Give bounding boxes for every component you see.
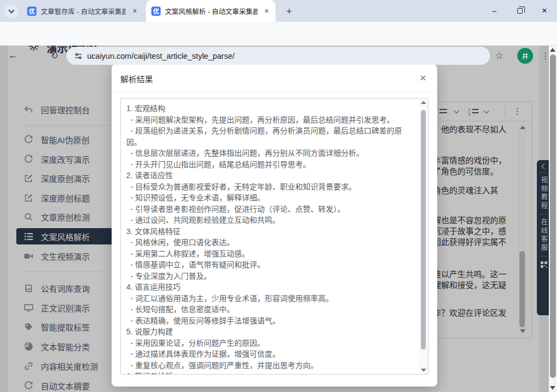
tab-title: 文章暂存库 - 自动文章采集器-优 xyxy=(41,6,126,16)
tab-title: 文案风格解析 - 自动文章采集器 xyxy=(165,6,258,16)
close-icon[interactable]: × xyxy=(262,7,271,16)
url-text: ucaiyun.com/caiji/test_article_style_par… xyxy=(87,52,235,60)
restore-icon xyxy=(517,8,523,14)
page-scrollbar[interactable] xyxy=(549,46,557,392)
close-icon[interactable]: × xyxy=(130,7,139,16)
page-scrollbar-thumb[interactable] xyxy=(550,54,556,378)
parse-result-dialog: 解析结果 × 1. 宏观结构 - 采用问题解决型架构，先提出问题，再分析原因，最… xyxy=(112,64,437,387)
address-bar[interactable]: ucaiyun.com/caiji/test_article_style_par… xyxy=(66,47,490,65)
site-favicon: 优 xyxy=(151,7,161,16)
window-minimize-button[interactable]: − xyxy=(482,0,507,22)
bookmark-star-button[interactable]: ☆ xyxy=(493,49,506,62)
dialog-header: 解析结果 × xyxy=(112,64,437,91)
dialog-scrollbar[interactable] xyxy=(419,99,427,373)
close-icon[interactable]: × xyxy=(417,71,430,84)
chevron-down-icon xyxy=(8,7,14,13)
site-settings-icon[interactable] xyxy=(74,52,83,60)
browser-tab-strip: 优 文章暂存库 - 自动文章采集器-优 × 优 文案风格解析 - 自动文章采集器… xyxy=(0,0,557,22)
back-button[interactable]: ← xyxy=(7,49,20,62)
dialog-scrollbar-thumb[interactable] xyxy=(421,110,426,350)
new-tab-button[interactable]: + xyxy=(282,4,296,19)
tab-style-parse[interactable]: 优 文案风格解析 - 自动文章采集器 × xyxy=(146,0,276,22)
tab-search-button[interactable] xyxy=(4,4,19,19)
site-favicon: 优 xyxy=(27,7,36,16)
browser-toolbar: ← → ↻ ucaiyun.com/caiji/test_article_sty… xyxy=(0,22,557,46)
window-close-button[interactable]: × xyxy=(532,0,557,22)
scroll-down-icon[interactable] xyxy=(421,369,426,372)
browser-menu-button[interactable]: ⋮ xyxy=(539,49,552,62)
dialog-title: 解析结果 xyxy=(120,73,153,84)
parse-result-text: 1. 宏观结构 - 采用问题解决型架构，先提出问题，再分析原因，最后总结问题并引… xyxy=(126,103,414,375)
scroll-up-icon[interactable] xyxy=(421,101,426,104)
forward-button: → xyxy=(27,49,40,62)
reload-button[interactable]: ↻ xyxy=(48,49,61,62)
scroll-down-icon[interactable] xyxy=(550,386,555,390)
window-restore-button[interactable] xyxy=(507,0,532,22)
tab-article-store[interactable]: 优 文章暂存库 - 自动文章采集器-优 × xyxy=(22,0,144,22)
result-text-area[interactable]: 1. 宏观结构 - 采用问题解决型架构，先提出问题，再分析原因，最后总结问题并引… xyxy=(120,98,429,375)
profile-avatar[interactable]: 井 xyxy=(517,48,533,64)
